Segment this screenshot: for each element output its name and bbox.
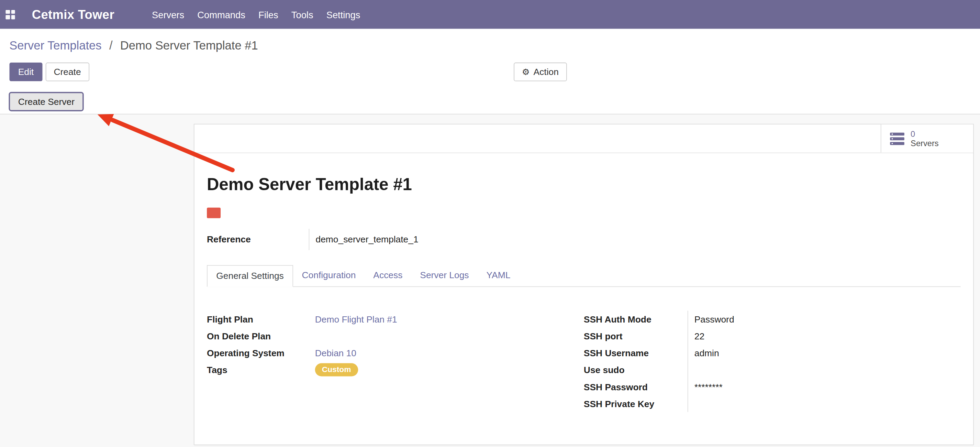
- create-server-button[interactable]: Create Server: [9, 92, 84, 111]
- field-value: admin: [687, 345, 762, 361]
- breadcrumb-separator: /: [109, 39, 113, 52]
- field-label: SSH Username: [584, 348, 687, 358]
- field-label: SSH Password: [584, 382, 687, 392]
- record-title: Demo Server Template #1: [207, 174, 961, 194]
- general-settings-groups: Flight Plan Demo Flight Plan #1 On Delet…: [207, 311, 961, 412]
- tab-access[interactable]: Access: [364, 265, 411, 287]
- field-row-tags: Tags Custom: [207, 361, 584, 378]
- menu-settings[interactable]: Settings: [326, 9, 360, 19]
- app-window: Cetmix Tower Servers Commands Files Tool…: [0, 0, 980, 447]
- field-row-reference: Reference demo_server_template_1: [207, 229, 961, 250]
- menu-tools[interactable]: Tools: [291, 9, 313, 19]
- field-value: ********: [687, 378, 762, 395]
- operating-system-link[interactable]: Debian 10: [315, 348, 356, 358]
- menu-commands[interactable]: Commands: [197, 9, 245, 19]
- brand-title[interactable]: Cetmix Tower: [32, 7, 115, 22]
- field-value: Password: [687, 311, 762, 328]
- content-area: 0 Servers Demo Server Template #1 Refere…: [0, 115, 980, 447]
- breadcrumb: Server Templates / Demo Server Template …: [0, 29, 980, 62]
- field-label: SSH Private Key: [584, 399, 687, 409]
- general-settings-left-group: Flight Plan Demo Flight Plan #1 On Delet…: [207, 311, 584, 412]
- field-row-ssh-username: SSH Username admin: [584, 345, 961, 361]
- field-label: Flight Plan: [207, 314, 315, 324]
- field-row-ssh-password: SSH Password ********: [584, 378, 961, 395]
- field-value: demo_server_template_1: [309, 235, 418, 244]
- field-row-on-delete-plan: On Delete Plan: [207, 328, 584, 345]
- main-menu: Servers Commands Files Tools Settings: [152, 9, 360, 19]
- field-label: SSH Auth Mode: [584, 314, 687, 324]
- tag-badge-custom: Custom: [315, 363, 358, 376]
- general-settings-right-group: SSH Auth Mode Password SSH port 22 SSH U…: [584, 311, 961, 412]
- control-panel: Edit Create ⚙ Action: [0, 62, 980, 81]
- apps-grid-dot: [5, 15, 10, 19]
- field-row-ssh-port: SSH port 22: [584, 328, 961, 345]
- action-label: Action: [534, 67, 559, 76]
- field-row-flight-plan: Flight Plan Demo Flight Plan #1: [207, 311, 584, 328]
- create-button[interactable]: Create: [46, 62, 89, 81]
- field-row-ssh-auth-mode: SSH Auth Mode Password: [584, 311, 961, 328]
- field-label: Tags: [207, 365, 315, 375]
- field-value: Debian 10: [315, 348, 356, 358]
- notebook-tabs: General Settings Configuration Access Se…: [207, 265, 961, 287]
- servers-stat-button[interactable]: 0 Servers: [881, 125, 973, 153]
- tab-general-settings[interactable]: General Settings: [207, 265, 293, 287]
- stat-value: 0: [911, 129, 939, 138]
- stat-text: 0 Servers: [911, 129, 939, 148]
- breadcrumb-current: Demo Server Template #1: [120, 39, 258, 52]
- top-navbar: Cetmix Tower Servers Commands Files Tool…: [0, 0, 980, 29]
- flight-plan-link[interactable]: Demo Flight Plan #1: [315, 314, 397, 324]
- tab-yaml[interactable]: YAML: [477, 265, 519, 287]
- button-box: 0 Servers: [194, 125, 973, 153]
- apps-grid-dot: [11, 10, 15, 14]
- field-value: [687, 361, 762, 378]
- servers-icon: [889, 132, 905, 145]
- apps-grid-dot: [11, 15, 15, 19]
- gear-icon: ⚙: [522, 67, 530, 76]
- menu-servers[interactable]: Servers: [152, 9, 184, 19]
- field-label: Use sudo: [584, 365, 687, 375]
- edit-button[interactable]: Edit: [9, 62, 42, 81]
- tab-server-logs[interactable]: Server Logs: [411, 265, 477, 287]
- field-value: 22: [687, 328, 762, 345]
- tab-configuration[interactable]: Configuration: [293, 265, 364, 287]
- action-button[interactable]: ⚙ Action: [514, 62, 566, 81]
- apps-grid-icon[interactable]: [5, 10, 15, 19]
- breadcrumb-parent-link[interactable]: Server Templates: [9, 39, 101, 52]
- field-row-operating-system: Operating System Debian 10: [207, 345, 584, 361]
- field-label: Reference: [207, 235, 309, 244]
- field-value: Demo Flight Plan #1: [315, 314, 397, 324]
- field-label: SSH port: [584, 331, 687, 341]
- form-sheet: 0 Servers Demo Server Template #1 Refere…: [194, 124, 974, 445]
- field-value: Custom: [315, 363, 358, 376]
- menu-files[interactable]: Files: [258, 9, 278, 19]
- field-row-use-sudo: Use sudo: [584, 361, 961, 378]
- apps-grid-dot: [5, 10, 10, 14]
- stat-label: Servers: [911, 139, 939, 148]
- field-label: On Delete Plan: [207, 331, 315, 341]
- field-row-ssh-private-key: SSH Private Key: [584, 395, 961, 412]
- color-swatch: [207, 208, 221, 218]
- field-value: [687, 395, 762, 412]
- field-label: Operating System: [207, 348, 315, 358]
- statusbar: Create Server: [0, 92, 980, 114]
- sheet-body: Demo Server Template #1 Reference demo_s…: [194, 153, 973, 412]
